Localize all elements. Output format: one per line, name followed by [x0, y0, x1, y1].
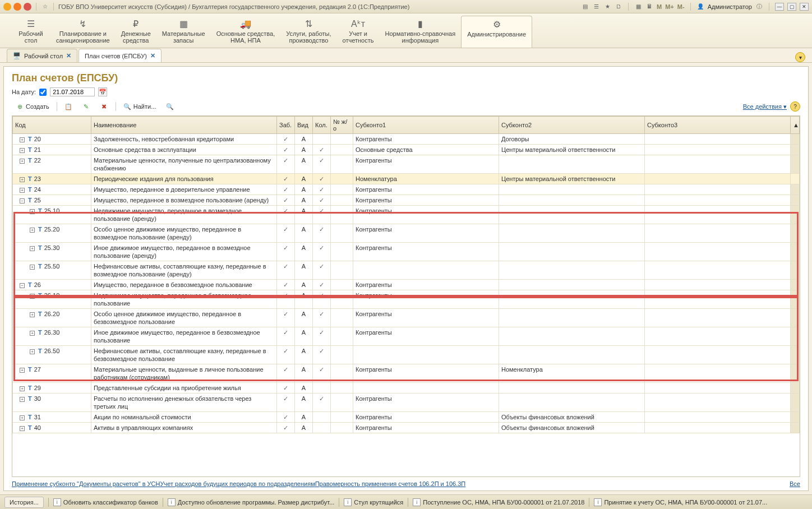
tab-close-icon[interactable]: ✕ — [66, 52, 71, 59]
table-row[interactable]: +Т26.30 Иное движимое имущество, передан… — [13, 327, 800, 346]
ribbon-4[interactable]: 🚚Основные средства,НМА, НПА — [211, 16, 281, 48]
ribbon-5[interactable]: ⇅Услуги, работы,производство — [280, 16, 336, 48]
m-button[interactable]: M — [657, 3, 662, 10]
delete-button[interactable]: ✖ — [96, 101, 112, 112]
status-item[interactable]: iСтул крутящийся — [344, 498, 403, 507]
m-minus-button[interactable]: M- — [677, 3, 685, 10]
window-icon-1[interactable] — [13, 3, 21, 11]
minimize-button[interactable]: — — [775, 3, 784, 11]
expand-icon[interactable]: + — [20, 415, 25, 420]
col-sub3[interactable]: Субконто3 — [645, 117, 791, 134]
help-icon[interactable]: ? — [790, 101, 800, 112]
footer-link-2[interactable]: Учет расходов будущих периодов по подраз… — [160, 480, 315, 487]
edit-button[interactable]: ✎ — [79, 101, 94, 112]
expand-icon[interactable]: + — [30, 331, 35, 336]
table-row[interactable]: +Т31 Акции по номинальной стоимости ✓ А … — [13, 412, 800, 423]
col-vid[interactable]: Вид — [295, 117, 313, 134]
expand-icon[interactable]: + — [30, 349, 35, 354]
tab-plan-schetov[interactable]: План счетов (ЕПСБУ) ✕ — [79, 49, 162, 62]
ribbon-1[interactable]: ↯Планирование исанкционирование — [50, 16, 116, 48]
col-kol[interactable]: Кол. — [313, 117, 331, 134]
help-dropdown-icon[interactable]: ▾ — [795, 52, 805, 62]
history-button[interactable]: История... — [4, 497, 44, 508]
close-button[interactable]: ✕ — [800, 3, 809, 11]
expand-icon[interactable]: + — [20, 397, 25, 402]
star-icon[interactable]: ☆ — [41, 3, 49, 11]
doc-icon[interactable]: 🗋 — [615, 3, 622, 11]
ribbon-6[interactable]: АᵏтУчет иотчетность — [337, 16, 380, 48]
table-row[interactable]: −Т26 Имущество, переданное в безвозмездн… — [13, 280, 800, 290]
status-item[interactable]: iДоступно обновление программы. Размер д… — [168, 498, 335, 507]
expand-icon[interactable]: + — [30, 265, 35, 270]
create-button[interactable]: ⊕ Создать — [12, 101, 53, 112]
expand-icon[interactable]: + — [30, 294, 35, 299]
all-actions-button[interactable]: Все действия ▾ — [743, 103, 787, 110]
table-row[interactable]: +Т26.20 Особо ценное движимое имущество,… — [13, 309, 800, 327]
table-row[interactable]: +Т24 Имущество, переданное в доверительн… — [13, 184, 800, 195]
expand-icon[interactable]: + — [20, 188, 25, 193]
ribbon-7[interactable]: ▮Нормативно-справочнаяинформация — [379, 16, 461, 48]
info-icon[interactable]: ⓘ — [755, 3, 763, 11]
status-item[interactable]: iПринятие к учету ОС, НМА, НПА БУ00-0000… — [594, 498, 767, 507]
table-row[interactable]: +Т22 Материальные ценности, полученные п… — [13, 155, 800, 174]
col-code[interactable]: Код — [13, 117, 91, 134]
find-button[interactable]: 🔍 Найти... — [119, 101, 160, 112]
table-row[interactable]: +Т23 Периодические издания для пользован… — [13, 174, 800, 184]
table-row[interactable]: +Т26.10 Недвижимое имущество, переданное… — [13, 290, 800, 309]
expand-icon[interactable]: + — [20, 137, 25, 142]
ribbon-0[interactable]: ☰Рабочийстол — [11, 16, 50, 48]
table-row[interactable]: +Т40 Активы в управляющих компаниях ✓ А … — [13, 423, 800, 433]
footer-link-3[interactable]: Правомерность применения счетов 106.2П и… — [315, 480, 466, 487]
maximize-button[interactable]: ▢ — [787, 3, 796, 11]
status-item[interactable]: iПоступление ОС, НМА, НПА БУ00-000001 от… — [413, 498, 584, 507]
calendar-icon[interactable]: 📅 — [98, 87, 107, 96]
expand-icon[interactable]: − — [20, 283, 25, 288]
expand-icon[interactable]: + — [20, 177, 25, 182]
tool-icon-2[interactable]: ☰ — [592, 3, 600, 11]
table-row[interactable]: +Т25.30 Иное движимое имущество, передан… — [13, 243, 800, 261]
expand-icon[interactable]: + — [20, 148, 25, 153]
tab-desktop[interactable]: 🖥️ Рабочий стол ✕ — [7, 49, 77, 62]
m-plus-button[interactable]: M+ — [665, 3, 674, 10]
ribbon-8[interactable]: ⚙Администрирование — [461, 16, 532, 48]
tool-icon-1[interactable]: ▤ — [581, 3, 589, 11]
table-row[interactable]: +Т30 Расчеты по исполнению денежных обяз… — [13, 394, 800, 412]
table-row[interactable]: +Т27 Материальные ценности, выданные в л… — [13, 364, 800, 383]
col-sub1[interactable]: Субконто1 — [353, 117, 499, 134]
table-row[interactable]: +Т25.10 Недвижимое имущество, переданное… — [13, 206, 800, 224]
expand-icon[interactable]: + — [20, 159, 25, 164]
table-row[interactable]: +Т25.20 Особо ценное движимое имущество,… — [13, 224, 800, 243]
table-row[interactable]: +Т26.50 Нефинансовые активы, составляющи… — [13, 346, 800, 364]
fav-icon[interactable]: ★ — [603, 3, 611, 11]
col-zab[interactable]: Заб. — [277, 117, 295, 134]
copy-button[interactable]: 📋 — [61, 101, 76, 112]
table-row[interactable]: +Т29 Представленные субсидии на приобрет… — [13, 383, 800, 394]
table-row[interactable]: −Т25 Имущество, переданное в возмездное … — [13, 195, 800, 206]
status-item[interactable]: iОбновить классификатор банков — [53, 498, 158, 507]
col-name[interactable]: Наименование — [91, 117, 277, 134]
date-input[interactable] — [50, 87, 95, 96]
expand-icon[interactable]: − — [20, 198, 25, 203]
expand-icon[interactable]: + — [20, 386, 25, 391]
table-row[interactable]: +Т21 Основные средства в эксплуатации ✓ … — [13, 145, 800, 155]
window-icon-2[interactable] — [24, 3, 31, 11]
expand-icon[interactable]: + — [20, 426, 25, 431]
ribbon-2[interactable]: ₽Денежныесредства — [116, 16, 156, 48]
grid-icon[interactable]: ▦ — [634, 3, 642, 11]
col-sub2[interactable]: Субконто2 — [499, 117, 645, 134]
expand-icon[interactable]: + — [30, 246, 35, 251]
calc-icon[interactable]: 🖩 — [645, 3, 653, 11]
expand-icon[interactable]: + — [30, 228, 35, 233]
footer-link-all[interactable]: Все — [790, 480, 800, 487]
date-checkbox[interactable] — [39, 89, 47, 96]
expand-icon[interactable]: + — [30, 312, 35, 317]
ribbon-3[interactable]: ▦Материальныезапасы — [156, 16, 211, 48]
expand-icon[interactable]: + — [30, 209, 35, 214]
table-row[interactable]: +Т25.50 Нефинансовые активы, составляющи… — [13, 261, 800, 280]
col-nzo[interactable]: № ж/о — [331, 117, 353, 134]
footer-link-1[interactable]: Применение субконто "Документы расчетов"… — [12, 480, 160, 487]
table-row[interactable]: +Т20 Задолженность, невостребованная кре… — [13, 134, 800, 145]
clear-find-button[interactable]: 🔍 — [162, 101, 178, 112]
tab-close-icon[interactable]: ✕ — [150, 52, 155, 59]
expand-icon[interactable]: + — [20, 368, 25, 373]
